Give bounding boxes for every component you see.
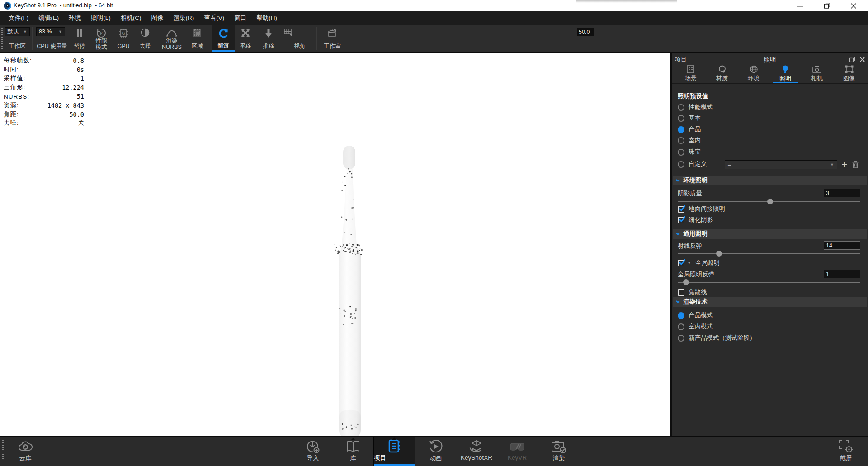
shadow-quality-input[interactable] [824,189,860,197]
restore-button[interactable] [819,0,835,11]
minimize-button[interactable] [793,0,808,11]
pause-button[interactable]: 暂停 [69,25,90,52]
menu-file[interactable]: 文件(F) [4,12,33,24]
gpu-button[interactable]: G GPU [113,25,134,52]
project-label: 项目 [374,454,415,462]
tab-separator-line [672,83,868,84]
radio-icon [678,115,684,122]
radio-icon [678,149,684,156]
region-button[interactable]: 区域 [186,25,208,52]
title-bar: KeyShot 9.1 Pro - untitled.bip - 64 bit [0,0,868,11]
menu-lighting[interactable]: 照明(L) [86,12,116,24]
menu-image[interactable]: 图像 [146,12,169,24]
ray-bounces-label: 射线反弹 [678,242,702,250]
tab-material[interactable]: 材质 [708,65,736,82]
render-nurbs-label-1: 渲染 [166,38,178,44]
expand-caret-icon [392,437,396,440]
denoise-button[interactable]: 去噪 [134,25,156,52]
tab-camera[interactable]: 相机 [802,65,831,82]
preset-basic[interactable]: 基本 [678,114,701,122]
menu-view[interactable]: 查看(V) [199,12,229,24]
refine-shadows-checkbox-row[interactable]: 细化阴影 [678,216,713,224]
render-tech-product[interactable]: 产品模式 [678,311,713,319]
render-tech-new-product[interactable]: 新产品模式（测试阶段） [678,334,756,342]
preset-jewelry[interactable]: 珠宝 [678,148,701,156]
section-general-lighting[interactable]: 通用照明 [673,229,867,239]
menu-help[interactable]: 帮助(H) [251,12,282,24]
chevron-down-icon: ▼ [830,162,834,167]
cloud-library-button[interactable]: 云库 [5,437,45,466]
screenshot-button[interactable]: 截屏 [826,437,866,466]
workspace-dropdown[interactable]: 默认 ▼ [5,27,30,36]
add-preset-button[interactable]: + [840,160,849,170]
cpu-usage-dropdown[interactable]: 83 % ▼ [36,27,65,36]
preset-performance-mode[interactable]: 性能模式 [678,103,713,111]
library-button[interactable]: 库 [333,437,373,466]
menu-edit[interactable]: 编辑(E) [33,12,64,24]
preset-interior[interactable]: 室内 [678,136,701,144]
caustics-checkbox-row[interactable]: 焦散线 [678,288,707,296]
slider-knob[interactable] [716,251,722,257]
render-button[interactable]: 渲染 [539,437,579,466]
panel-float-button[interactable] [848,56,856,63]
gi-bounces-input[interactable] [824,270,860,278]
keyshotxr-button[interactable]: KeyShotXR [457,437,496,466]
tab-lighting[interactable]: 照明 [771,65,800,82]
panel-close-button[interactable] [858,56,866,63]
tumble-button[interactable]: 翻滚 [212,25,235,52]
ground-indirect-checkbox-row[interactable]: 地面间接照明 [678,205,725,213]
section-label: 环境照明 [683,176,708,185]
slider-knob[interactable] [767,199,773,204]
gpu-chip-icon: G [118,28,128,38]
workspace-selector[interactable]: 默认 ▼ 工作区 [4,25,31,52]
pan-button[interactable]: 平移 [235,25,256,52]
preset-product[interactable]: 产品 [678,125,701,133]
lighting-bulb-icon [782,65,788,74]
menu-window[interactable]: 窗口 [229,12,251,24]
keyvr-button: KeyVR [497,437,537,466]
preset-custom[interactable]: 自定义 [678,160,707,168]
shadow-quality-slider[interactable] [678,199,860,204]
stat-label: 去噪: [4,119,19,127]
checkbox-label: 地面间接照明 [689,205,725,213]
cpu-usage-selector[interactable]: 83 % ▼ CPU 使用量 [34,25,70,52]
render-nurbs-button[interactable]: 渲染 NURBS [157,25,186,52]
import-button[interactable]: 导入 [293,437,333,466]
pause-label: 暂停 [69,43,90,50]
render-tech-interior[interactable]: 室内模式 [678,323,713,331]
performance-mode-button[interactable]: P 性能 模式 [90,25,112,52]
ray-bounces-slider[interactable] [678,251,860,257]
radio-label: 自定义 [689,160,707,168]
global-illumination-checkbox-row[interactable]: ▼ 全局照明 [678,259,720,267]
studio-button[interactable]: 工作室 [318,25,347,52]
chevron-down-icon[interactable]: ▼ [687,261,691,265]
realtime-viewport[interactable]: 每秒帧数:0.8 时间:0s 采样值:1 三角形:12,224 NURBS:51… [0,53,670,436]
dolly-button[interactable]: 推移 [258,25,279,52]
checkbox-checked-icon [678,217,684,223]
stat-value: 0.8 [73,57,84,64]
chevron-down-icon: ▼ [23,29,27,34]
tab-environment[interactable]: 环境 [739,65,768,82]
menu-render[interactable]: 渲染(R) [169,12,199,24]
tab-scene[interactable]: 场景 [676,65,705,82]
toothbrush-model [312,139,402,465]
stat-label: 每秒帧数: [4,57,32,65]
ray-bounces-input[interactable] [824,241,860,250]
menu-environment[interactable]: 环境 [64,12,86,24]
ribbon-drag-handle[interactable] [2,440,4,462]
animation-button[interactable]: 动画 [416,437,456,466]
delete-preset-button[interactable] [852,161,860,169]
checkbox-label: 焦散线 [689,288,707,296]
close-button[interactable] [846,0,861,11]
section-render-tech[interactable]: 渲染技术 [673,297,867,307]
gi-bounces-slider[interactable] [678,279,860,285]
project-button-active[interactable]: 项目 [373,437,415,466]
toolbar-drag-handle[interactable] [1,28,3,49]
section-env-lighting[interactable]: 环境照明 [673,176,867,185]
pan-icon [241,28,250,38]
menu-camera[interactable]: 相机(C) [116,12,146,24]
slider-knob[interactable] [683,279,689,285]
custom-preset-dropdown[interactable]: – ▼ [725,160,837,169]
fov-input[interactable] [577,28,594,36]
tab-image[interactable]: 图像 [835,65,863,82]
